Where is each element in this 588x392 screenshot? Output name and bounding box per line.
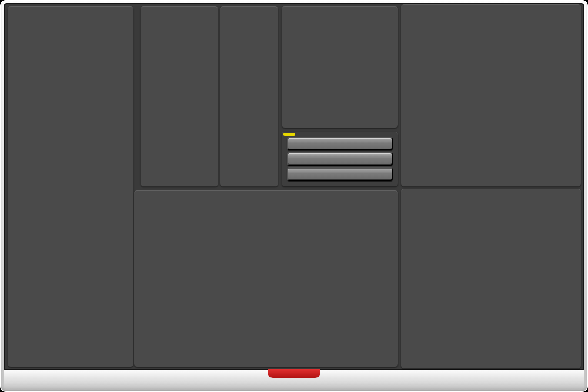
reset-loudness-button[interactable] — [287, 167, 393, 181]
stop-button[interactable] — [287, 152, 393, 166]
start-button[interactable] — [287, 137, 393, 150]
app-window — [0, 0, 588, 392]
rtw-logo-red-tab — [268, 369, 320, 378]
loudness-values-module — [282, 6, 398, 128]
lra-module — [220, 6, 278, 187]
surround-analyzer-module — [401, 4, 581, 187]
channel-meters-module — [8, 6, 133, 367]
rta-spectrum-module — [134, 190, 398, 367]
msi-loudness-module — [141, 6, 218, 187]
phase-display-module — [401, 189, 581, 369]
transport-module — [282, 132, 398, 187]
transport-corner-tab — [283, 133, 295, 136]
